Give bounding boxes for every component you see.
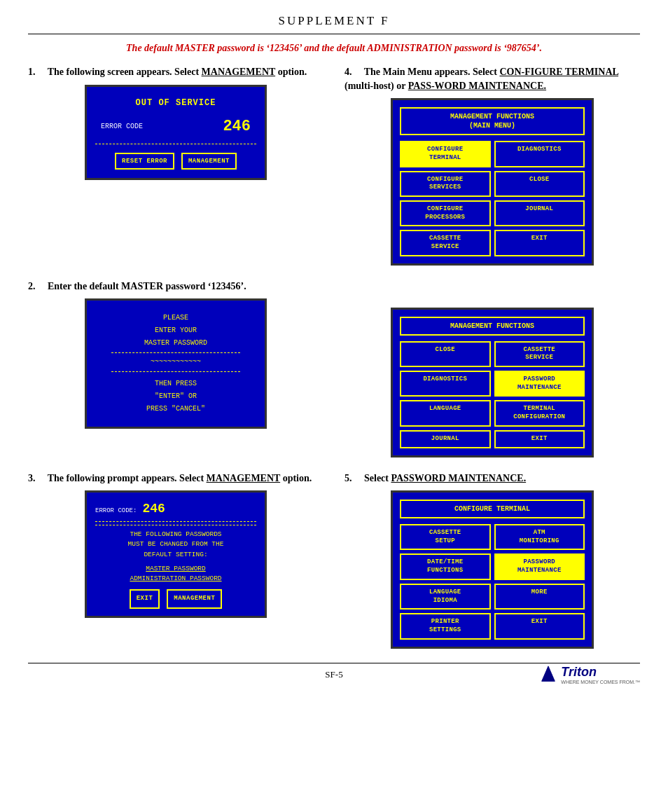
- screen3-admin-pw: ADMINISTRATION PASSWORD: [95, 574, 256, 584]
- menu2-language[interactable]: LANGUAGE: [400, 400, 491, 426]
- menu2-journal[interactable]: JOURNAL: [400, 430, 491, 448]
- screen1-error-num: 246: [223, 118, 251, 135]
- screen3-line2: MUST BE CHANGED FROM THE: [95, 539, 256, 549]
- screen1-management-btn[interactable]: MANAGEMENT: [181, 153, 237, 170]
- screen1-error-label: ERROR CODE: [101, 123, 143, 130]
- screen1-title: OUT OF SERVICE: [95, 95, 256, 111]
- menu1-configure-terminal[interactable]: CONFIGURETERMINAL: [400, 141, 491, 167]
- screen3-management-btn[interactable]: MANAGEMENT: [167, 589, 222, 609]
- menu1-close[interactable]: CLOSE: [494, 171, 585, 197]
- menu3-cassette-setup[interactable]: CASSETTESETUP: [400, 524, 491, 550]
- svg-marker-0: [542, 666, 555, 680]
- page-title: Supplement F: [28, 14, 640, 28]
- menu1-cassette-service[interactable]: CASSETTESERVICE: [400, 230, 491, 256]
- screen1-reset-btn[interactable]: RESET ERROR: [115, 153, 174, 170]
- screen2-line3: MASTER PASSWORD: [95, 337, 256, 350]
- screen-1: OUT OF SERVICE ERROR CODE 246 RESET ERRO…: [85, 85, 267, 180]
- menu3-datetime-functions[interactable]: DATE/TIMEFUNCTIONS: [400, 553, 491, 579]
- triton-name: Triton: [561, 665, 640, 680]
- menu2-password-maintenance[interactable]: PASSWORDMAINTENANCE: [494, 371, 585, 397]
- screen2-enter: "ENTER" OR: [95, 390, 256, 403]
- section-2: 2. Enter the default MASTER password ‘12…: [28, 280, 323, 457]
- menu3-exit[interactable]: EXIT: [494, 613, 585, 639]
- screen3-divider: [95, 525, 256, 525]
- page-header: Supplement F: [28, 14, 640, 34]
- page-number: SF-5: [325, 669, 342, 680]
- menu2-exit[interactable]: EXIT: [494, 430, 585, 448]
- screen3-error-label: ERROR CODE:: [95, 507, 137, 516]
- section-1-title: 1. The following screen appears. Select …: [28, 65, 323, 79]
- menu1-configure-processors[interactable]: CONFIGUREPROCESSORS: [400, 200, 491, 226]
- triton-logo-icon: [538, 665, 558, 684]
- menu1-configure-services[interactable]: CONFIGURESERVICES: [400, 171, 491, 197]
- screen1-buttons: RESET ERROR MANAGEMENT: [95, 153, 256, 170]
- menu2-title: MANAGEMENT FUNCTIONS: [400, 317, 585, 336]
- screen2-line1: PLEASE: [95, 312, 256, 324]
- menu1-diagnostics[interactable]: DIAGNOSTICS: [494, 141, 585, 167]
- menu-2: MANAGEMENT FUNCTIONS CLOSE CASSETTESERVI…: [391, 308, 594, 457]
- section-5-title: 5. Select PASSWORD MAINTENANCE.: [345, 472, 640, 486]
- screen3-master-pw: MASTER PASSWORD: [95, 564, 256, 574]
- menu1-journal[interactable]: JOURNAL: [494, 200, 585, 226]
- section-4-title: 4. The Main Menu appears. Select CON-FIG…: [345, 65, 640, 92]
- menu3-more[interactable]: MORE: [494, 584, 585, 610]
- screen2-dots: ~~~~~~~~~~~~: [95, 356, 256, 369]
- menu2-diagnostics[interactable]: DIAGNOSTICS: [400, 371, 491, 397]
- triton-logo: Triton WHERE MONEY COMES FROM.™: [538, 665, 640, 684]
- menu3-password-maintenance[interactable]: PASSWORDMAINTENANCE: [494, 553, 585, 579]
- warning-text: The default MASTER password is ‘123456’ …: [28, 43, 640, 54]
- menu-3: CONFIGURE TERMINAL CASSETTESETUP ATMMONI…: [391, 490, 594, 649]
- menu2-terminal-configuration[interactable]: TERMINALCONFIGURATION: [494, 400, 585, 426]
- section-2-title: 2. Enter the default MASTER password ‘12…: [28, 280, 323, 294]
- screen2-line2: ENTER YOUR: [95, 324, 256, 337]
- page-footer: SF-5 Triton WHERE MONEY COMES FROM.™: [28, 663, 640, 680]
- screen3-exit-btn[interactable]: EXIT: [130, 589, 160, 609]
- screen2-then-press: THEN PRESS: [95, 378, 256, 390]
- menu1-title: MANAGEMENT FUNCTIONS(MAIN MENU): [400, 107, 585, 135]
- section-5: 5. Select PASSWORD MAINTENANCE. CONFIGUR…: [345, 472, 640, 649]
- screen3-line1: THE FOLLOWING PASSWORDS: [95, 530, 256, 539]
- menu2-cassette-service[interactable]: CASSETTESERVICE: [494, 341, 585, 367]
- screen3-error-row: ERROR CODE: 246: [95, 500, 256, 522]
- screen3-line3: DEFAULT SETTING:: [95, 550, 256, 560]
- screen2-underline2: [111, 371, 240, 372]
- section-4b: MANAGEMENT FUNCTIONS CLOSE CASSETTESERVI…: [345, 280, 640, 457]
- menu3-printer-settings[interactable]: PRINTERSETTINGS: [400, 613, 491, 639]
- screen3-buttons: EXIT MANAGEMENT: [95, 589, 256, 609]
- menu1-exit[interactable]: EXIT: [494, 230, 585, 256]
- section-4: 4. The Main Menu appears. Select CON-FIG…: [345, 65, 640, 266]
- triton-tagline: WHERE MONEY COMES FROM.™: [561, 680, 640, 684]
- screen3-error-num: 246: [142, 500, 165, 518]
- menu3-title: CONFIGURE TERMINAL: [400, 500, 585, 518]
- section-1: 1. The following screen appears. Select …: [28, 65, 323, 266]
- menu2-close[interactable]: CLOSE: [400, 341, 491, 367]
- screen-3: ERROR CODE: 246 THE FOLLOWING PASSWORDS …: [85, 490, 267, 618]
- screen2-cancel: PRESS "CANCEL": [95, 403, 256, 415]
- screen1-divider: [95, 144, 256, 144]
- section-3: 3. The following prompt appears. Select …: [28, 472, 323, 649]
- menu3-atm-monitoring[interactable]: ATMMONITORING: [494, 524, 585, 550]
- screen2-underline: [111, 352, 240, 353]
- screen-2: PLEASE ENTER YOUR MASTER PASSWORD ~~~~~~…: [85, 298, 267, 429]
- section-3-title: 3. The following prompt appears. Select …: [28, 472, 323, 486]
- menu-1: MANAGEMENT FUNCTIONS(MAIN MENU) CONFIGUR…: [391, 98, 594, 266]
- menu3-language-idioma[interactable]: LANGUAGEIDIOMA: [400, 584, 491, 610]
